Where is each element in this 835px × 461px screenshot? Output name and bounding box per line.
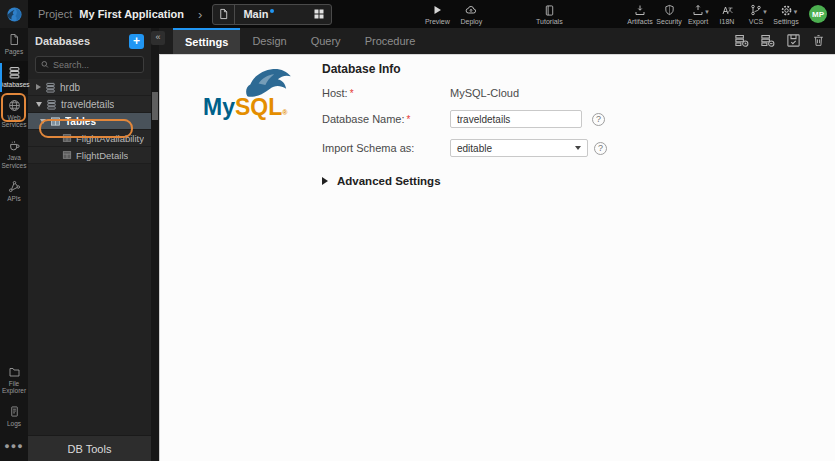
settings-chevron-icon: ▼	[793, 9, 799, 15]
sidebar-item-logs[interactable]: Logs	[0, 400, 28, 433]
delete-icon[interactable]	[812, 33, 825, 48]
import-schema-row: Import Schema as: editable ?	[322, 139, 802, 157]
i18n-label: I18N	[720, 18, 735, 25]
project-label: Project	[38, 8, 72, 20]
mysql-logo: MySQL®	[203, 64, 313, 119]
reimport-database-icon[interactable]	[734, 33, 749, 48]
host-row: Host:* MySQL-Cloud	[322, 87, 802, 99]
flightdetails-label: FlightDetails	[76, 150, 128, 161]
collapse-panel-button[interactable]: «	[151, 31, 165, 45]
host-label-text: Host:	[322, 87, 348, 99]
sidebar-item-web-services[interactable]: Web Services	[0, 94, 28, 135]
hrdb-label: hrdb	[60, 82, 80, 93]
logs-label: Logs	[7, 420, 21, 428]
expand-collapsed-icon[interactable]	[36, 84, 41, 90]
api-nodes-icon	[8, 180, 21, 193]
tree-item-hrdb[interactable]: hrdb	[28, 79, 151, 96]
expand-expanded-icon[interactable]	[40, 119, 46, 124]
tutorials-label: Tutorials	[536, 18, 563, 25]
table-icon	[62, 133, 72, 143]
advanced-settings-toggle[interactable]: Advanced Settings	[322, 175, 802, 187]
deploy-button[interactable]: Deploy	[454, 4, 488, 25]
page-file-icon[interactable]	[213, 5, 235, 24]
sidebar-item-apis[interactable]: APIs	[0, 175, 28, 208]
help-icon[interactable]: ?	[594, 142, 607, 155]
expand-expanded-icon[interactable]	[36, 102, 42, 107]
export-label: Export	[688, 18, 708, 25]
mysql-wordmark: MySQL®	[203, 96, 313, 119]
file-explorer-label: File Explorer	[0, 380, 28, 396]
gear-icon	[780, 4, 793, 17]
tree-item-tables-group[interactable]: Tables	[28, 113, 151, 130]
search-input[interactable]	[53, 60, 138, 70]
required-asterisk: *	[350, 88, 354, 99]
scrollbar-thumb[interactable]	[152, 92, 158, 120]
page-icon	[8, 33, 20, 46]
play-icon	[431, 4, 443, 16]
export-button[interactable]: ▼ Export	[683, 4, 713, 25]
sidebar-item-databases[interactable]: Databases	[0, 61, 28, 94]
security-shield-icon	[664, 4, 675, 16]
required-asterisk: *	[407, 114, 411, 125]
vcs-button[interactable]: ▼ VCS	[741, 4, 771, 25]
i18n-button[interactable]: I18N	[713, 4, 741, 25]
user-avatar[interactable]: MP	[809, 5, 827, 23]
left-navigation-rail: Pages Databases Web Services Java Servic…	[0, 28, 28, 461]
import-schema-select[interactable]: editable	[450, 139, 588, 157]
workspace-tab-bar: Settings Design Query Procedure	[159, 28, 835, 54]
web-services-label: Web Services	[0, 114, 28, 130]
vcs-chevron-icon: ▼	[762, 9, 768, 15]
settings-content: MySQL® Database Info Host:* MySQL-Cloud …	[159, 54, 835, 461]
save-icon[interactable]	[786, 33, 801, 48]
tab-procedure[interactable]: Procedure	[353, 28, 428, 54]
tree-item-traveldetails[interactable]: traveldetails	[28, 96, 151, 113]
app-logo[interactable]	[0, 0, 28, 28]
tab-settings[interactable]: Settings	[173, 28, 240, 54]
artifacts-download-icon	[634, 4, 646, 16]
sidebar-item-file-explorer[interactable]: File Explorer	[0, 361, 28, 401]
pages-grid-icon[interactable]	[313, 8, 325, 20]
db-tools-button[interactable]: DB Tools	[28, 435, 151, 461]
export-database-icon[interactable]	[760, 33, 775, 48]
export-chevron-icon: ▼	[704, 9, 710, 15]
vcs-branch-icon	[750, 4, 762, 16]
tutorials-button[interactable]: Tutorials	[532, 4, 566, 25]
table-icon	[50, 116, 61, 127]
database-search[interactable]	[35, 56, 144, 73]
sidebar-item-pages[interactable]: Pages	[0, 28, 28, 61]
security-label: Security	[656, 18, 681, 25]
database-toolbar	[734, 33, 825, 48]
export-upload-icon	[692, 4, 704, 16]
table-icon	[62, 150, 72, 160]
log-document-icon	[9, 405, 20, 418]
advanced-settings-label: Advanced Settings	[337, 175, 441, 187]
project-name: My First Application	[79, 8, 184, 20]
tree-item-flightdetails[interactable]: FlightDetails	[28, 147, 151, 164]
security-button[interactable]: Security	[655, 4, 683, 25]
database-icon	[45, 82, 56, 93]
dropdown-caret-icon	[575, 146, 581, 150]
database-name-input[interactable]	[450, 110, 582, 128]
sidebar-item-java-services[interactable]: Java Services	[0, 134, 28, 175]
active-page-name[interactable]: Main	[243, 8, 313, 20]
dbname-label: Database Name:*	[322, 113, 450, 125]
search-icon	[41, 60, 49, 69]
panel-scrollbar[interactable]	[151, 28, 159, 461]
tab-design[interactable]: Design	[240, 28, 298, 54]
selected-option: editable	[457, 143, 575, 154]
page-name-text: Main	[243, 8, 268, 20]
utility-group: Artifacts Security ▼ Export I18N ▼ VCS ▼…	[625, 4, 835, 25]
database-info-form: Database Info Host:* MySQL-Cloud Databas…	[322, 62, 802, 187]
more-options-icon[interactable]: ●●●	[4, 433, 23, 461]
add-database-button[interactable]: +	[129, 34, 144, 49]
project-breadcrumb: Project My First Application	[38, 8, 184, 20]
host-value: MySQL-Cloud	[450, 87, 519, 99]
artifacts-button[interactable]: Artifacts	[625, 4, 655, 25]
help-icon[interactable]: ?	[592, 113, 605, 126]
preview-button[interactable]: Preview	[420, 4, 454, 25]
tree-item-flightavailability[interactable]: FlightAvailability	[28, 130, 151, 147]
settings-button[interactable]: ▼ Settings	[771, 4, 801, 25]
mysql-my-text: My	[203, 94, 235, 120]
page-selector[interactable]: Main	[212, 4, 332, 25]
tab-query[interactable]: Query	[299, 28, 353, 54]
